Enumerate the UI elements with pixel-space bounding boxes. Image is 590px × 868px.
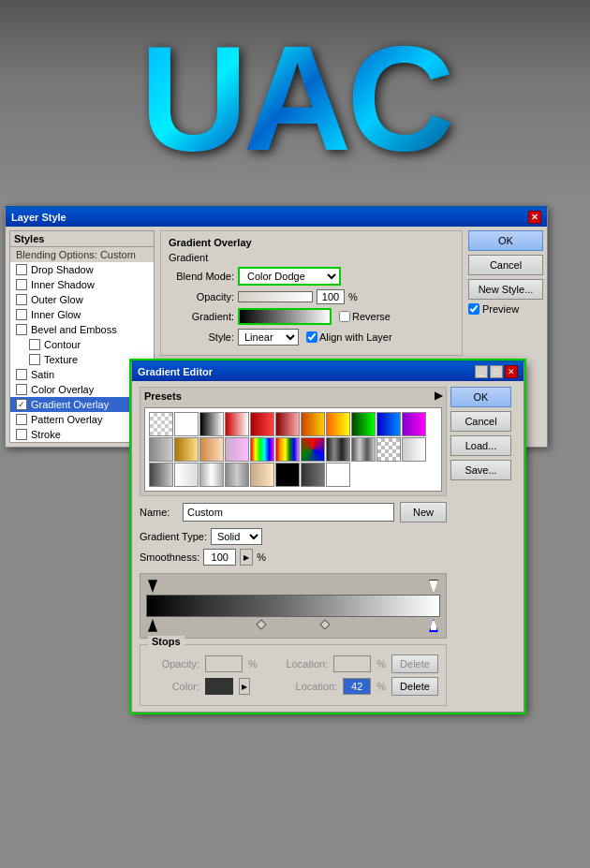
ge-right-panel: OK Cancel Load... Save... <box>450 387 516 706</box>
new-style-button[interactable]: New Style... <box>468 279 543 300</box>
preset-28[interactable] <box>275 463 300 487</box>
preset-21[interactable] <box>376 437 401 462</box>
ge-smooth-label: Smoothness: <box>140 552 199 563</box>
preset-8[interactable] <box>326 412 350 436</box>
inner-glow-checkbox[interactable] <box>16 309 27 320</box>
top-stop-left[interactable] <box>148 580 157 593</box>
preset-16[interactable] <box>250 437 274 462</box>
drop-shadow-checkbox[interactable] <box>16 264 27 275</box>
inner-shadow-checkbox[interactable] <box>16 279 27 290</box>
color-delete-button[interactable]: Delete <box>391 677 438 696</box>
color-overlay-checkbox[interactable] <box>16 384 27 395</box>
stops-delete-button[interactable]: Delete <box>391 655 438 673</box>
preset-7[interactable] <box>301 412 325 436</box>
ge-type-select[interactable]: Solid Noise <box>211 528 262 545</box>
outer-glow-checkbox[interactable] <box>16 294 27 305</box>
style-item-outer-glow[interactable]: Outer Glow <box>10 292 154 307</box>
style-item-inner-shadow[interactable]: Inner Shadow <box>10 277 154 292</box>
stops-opacity-input[interactable] <box>205 655 243 672</box>
style-row: Style: Linear Radial Align with Layer <box>169 329 454 346</box>
ge-save-button[interactable]: Save... <box>450 460 511 480</box>
gradient-preview[interactable] <box>238 308 332 325</box>
opacity-row: Opacity: 100 % <box>169 289 454 304</box>
stop-diamond-right[interactable] <box>319 619 330 629</box>
cancel-button[interactable]: Cancel <box>468 255 543 275</box>
preset-18[interactable] <box>301 437 325 462</box>
preset-4[interactable] <box>225 412 249 436</box>
preset-6[interactable] <box>275 412 300 436</box>
style-item-blending[interactable]: Blending Options: Custom <box>10 247 154 262</box>
close-button[interactable]: ✕ <box>528 211 541 224</box>
opacity-slider[interactable] <box>238 291 313 302</box>
preset-17[interactable] <box>275 437 300 462</box>
color-arrow[interactable]: ▶ <box>239 678 250 695</box>
preset-26[interactable] <box>225 463 249 487</box>
style-item-bevel[interactable]: Bevel and Emboss <box>10 322 154 337</box>
preset-30[interactable] <box>326 463 350 487</box>
ge-new-button[interactable]: New <box>400 502 447 522</box>
maximize-button[interactable]: □ <box>490 365 503 378</box>
preset-23[interactable] <box>149 463 173 487</box>
style-item-contour[interactable]: Contour <box>10 337 154 352</box>
preset-24[interactable] <box>174 463 199 487</box>
texture-checkbox[interactable] <box>29 354 40 365</box>
bottom-stop-right[interactable] <box>429 619 438 632</box>
ge-cancel-button[interactable]: Cancel <box>450 411 511 432</box>
ok-button[interactable]: OK <box>468 230 543 251</box>
stroke-checkbox[interactable] <box>16 429 27 440</box>
gradient-bar[interactable] <box>146 595 440 617</box>
stops-location-input[interactable] <box>333 655 371 672</box>
minimize-button[interactable]: _ <box>475 365 488 378</box>
stop-diamond-left[interactable] <box>256 619 266 629</box>
preset-22[interactable] <box>402 437 426 462</box>
satin-checkbox[interactable] <box>16 369 27 380</box>
preset-3[interactable] <box>199 412 224 436</box>
preset-5[interactable] <box>250 412 274 436</box>
ge-smooth-row: Smoothness: 100 ▶ % <box>140 549 447 566</box>
blend-mode-label: Blend Mode: <box>169 271 234 282</box>
pattern-overlay-checkbox[interactable] <box>16 414 27 425</box>
blend-mode-select[interactable]: Color Dodge Normal Multiply <box>238 267 341 286</box>
preset-11[interactable] <box>402 412 426 436</box>
preset-12[interactable] <box>149 437 173 462</box>
bottom-stop-left[interactable] <box>148 619 157 632</box>
preset-9[interactable] <box>351 412 376 436</box>
inner-glow-label: Inner Glow <box>31 309 81 320</box>
top-stop-right[interactable] <box>429 580 438 593</box>
smooth-stepper[interactable]: ▶ <box>240 549 253 566</box>
presets-arrow[interactable]: ▶ <box>435 390 442 402</box>
preset-19[interactable] <box>326 437 350 462</box>
stops-location-percent: % <box>376 658 386 669</box>
preset-10[interactable] <box>376 412 401 436</box>
preset-20[interactable] <box>351 437 376 462</box>
preview-checkbox[interactable] <box>468 303 479 315</box>
preset-2[interactable] <box>174 412 199 436</box>
reverse-checkbox[interactable] <box>339 311 350 322</box>
ge-load-button[interactable]: Load... <box>450 435 511 456</box>
preset-25[interactable] <box>199 463 224 487</box>
gradient-overlay-label: Gradient Overlay <box>31 399 109 410</box>
style-select[interactable]: Linear Radial <box>238 329 299 346</box>
ge-ok-button[interactable]: OK <box>450 387 511 407</box>
color-location-input[interactable]: 42 <box>343 678 371 695</box>
contour-checkbox[interactable] <box>29 339 40 350</box>
stops-location-label: Location: <box>276 658 328 669</box>
preset-14[interactable] <box>199 437 224 462</box>
opacity-input[interactable]: 100 <box>317 289 345 304</box>
ge-close-button[interactable]: ✕ <box>505 365 518 378</box>
gradient-overlay-checkbox[interactable]: ✓ <box>16 399 27 410</box>
preset-13[interactable] <box>174 437 199 462</box>
ge-smooth-input[interactable]: 100 <box>203 549 236 566</box>
styles-header: Styles <box>10 231 154 247</box>
preset-29[interactable] <box>301 463 325 487</box>
preset-15[interactable] <box>225 437 249 462</box>
ge-name-input[interactable]: Custom <box>183 503 394 522</box>
preset-1[interactable] <box>149 412 173 436</box>
preset-27[interactable] <box>250 463 274 487</box>
style-item-inner-glow[interactable]: Inner Glow <box>10 307 154 322</box>
align-layer-checkbox[interactable] <box>306 331 317 343</box>
stops-opacity-label: Opacity: <box>148 658 199 669</box>
color-swatch[interactable] <box>205 678 233 695</box>
bevel-checkbox[interactable] <box>16 324 27 335</box>
style-item-drop-shadow[interactable]: Drop Shadow <box>10 262 154 277</box>
